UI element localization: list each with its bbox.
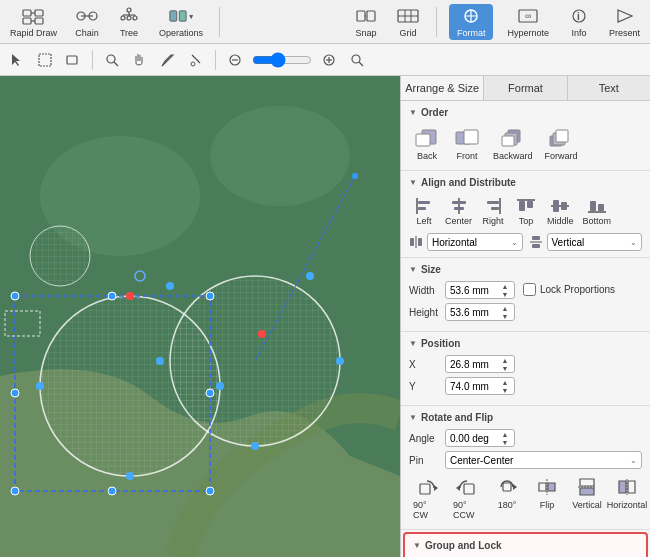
width-up[interactable]: ▲ — [500, 282, 510, 290]
tab-format[interactable]: Format — [484, 76, 567, 100]
size-header[interactable]: ▼ Size — [409, 264, 642, 275]
angle-stepper[interactable]: ▲ ▼ — [500, 430, 512, 446]
toolbar-grid[interactable]: Grid — [392, 4, 424, 40]
order-front-btn[interactable]: Front — [449, 124, 485, 164]
flip-horizontal-btn[interactable]: Horizontal — [609, 473, 645, 513]
svg-marker-121 — [548, 483, 555, 491]
flip-vertical-label: Vertical — [572, 500, 602, 510]
width-down[interactable]: ▼ — [500, 290, 510, 298]
toolbar-operations[interactable]: ▼ Operations — [155, 4, 207, 40]
pin-dropdown[interactable]: Center-Center ⌄ — [445, 451, 642, 469]
svg-rect-80 — [416, 134, 430, 146]
align-section: ▼ Align and Distribute Left — [401, 171, 650, 258]
order-header[interactable]: ▼ Order — [409, 107, 642, 118]
rotate-header[interactable]: ▼ Rotate and Flip — [409, 412, 642, 423]
svg-point-76 — [251, 442, 259, 450]
horizontal-dropdown[interactable]: Horizontal ⌄ — [427, 233, 523, 251]
toolbar-chain[interactable]: Chain — [71, 4, 103, 40]
rotate-90ccw-btn[interactable]: 90° CCW — [449, 473, 485, 523]
align-center-btn[interactable]: Center — [442, 194, 475, 229]
toolbar-snap[interactable]: Snap — [350, 4, 382, 40]
align-header[interactable]: ▼ Align and Distribute — [409, 177, 642, 188]
align-bottom-btn[interactable]: Bottom — [580, 194, 615, 229]
align-top-icon — [515, 197, 537, 215]
y-input[interactable]: 74.0 mm ▲ ▼ — [445, 377, 515, 395]
horizontal-dist: Horizontal ⌄ — [409, 233, 523, 251]
toolbar-format[interactable]: Format — [449, 4, 494, 40]
align-top-btn[interactable]: Top — [511, 194, 541, 229]
operations-label: Operations — [159, 28, 203, 38]
y-down[interactable]: ▼ — [500, 386, 510, 394]
vertical-dropdown[interactable]: Vertical ⌄ — [547, 233, 643, 251]
width-input[interactable]: 53.6 mm ▲ ▼ — [445, 281, 515, 299]
zoom-slider[interactable] — [252, 52, 312, 68]
rotate-90cw-btn[interactable]: 90° CW — [409, 473, 445, 523]
pen-tool[interactable] — [157, 49, 179, 71]
align-left-btn[interactable]: Left — [409, 194, 439, 229]
grid-label: Grid — [399, 28, 416, 38]
width-row: Width 53.6 mm ▲ ▼ — [409, 281, 515, 299]
brush-tool[interactable] — [185, 49, 207, 71]
y-up[interactable]: ▲ — [500, 378, 510, 386]
align-right-btn[interactable]: Right — [478, 194, 508, 229]
toolbar-rapid-draw[interactable]: Rapid Draw — [6, 4, 61, 40]
x-down[interactable]: ▼ — [500, 364, 510, 372]
shape-tool[interactable] — [62, 49, 84, 71]
pointer-tool[interactable] — [6, 49, 28, 71]
y-stepper[interactable]: ▲ ▼ — [500, 378, 512, 394]
svg-rect-96 — [487, 201, 499, 204]
angle-up[interactable]: ▲ — [500, 430, 510, 438]
align-middle-icon — [549, 197, 571, 215]
align-middle-btn[interactable]: Middle — [544, 194, 577, 229]
svg-point-70 — [36, 382, 44, 390]
height-up[interactable]: ▲ — [500, 304, 510, 312]
x-input[interactable]: 26.8 mm ▲ ▼ — [445, 355, 515, 373]
order-forward-btn[interactable]: Forward — [541, 124, 582, 164]
order-backward-btn[interactable]: Backward — [489, 124, 537, 164]
group-lock-header[interactable]: ▼ Group and Lock — [413, 540, 638, 551]
front-label: Front — [456, 151, 477, 161]
svg-text:▼: ▼ — [188, 13, 193, 20]
canvas-area[interactable] — [0, 76, 400, 557]
lock-proportions-checkbox[interactable] — [523, 283, 536, 296]
svg-point-74 — [306, 272, 314, 280]
svg-text:∞: ∞ — [525, 11, 531, 21]
zoom-out-btn[interactable] — [224, 49, 246, 71]
svg-marker-115 — [456, 485, 460, 491]
zoom-in-btn[interactable] — [318, 49, 340, 71]
toolbar-tree[interactable]: Tree — [113, 4, 145, 40]
x-up[interactable]: ▲ — [500, 356, 510, 364]
svg-rect-19 — [179, 10, 186, 20]
toolbar-hypernote[interactable]: ∞ Hypernote — [503, 4, 553, 40]
main-area: Arrange & Size Format Text ▼ Order Bac — [0, 76, 650, 557]
svg-rect-3 — [23, 18, 31, 24]
svg-text:i: i — [577, 11, 580, 22]
zoom-tool[interactable] — [101, 49, 123, 71]
height-stepper[interactable]: ▲ ▼ — [500, 304, 512, 320]
hand-tool[interactable] — [129, 49, 151, 71]
angle-input[interactable]: 0.00 deg ▲ ▼ — [445, 429, 515, 447]
width-stepper[interactable]: ▲ ▼ — [500, 282, 512, 298]
select-tool[interactable] — [34, 49, 56, 71]
svg-point-14 — [133, 16, 137, 20]
height-down[interactable]: ▼ — [500, 312, 510, 320]
flip-vertical-btn[interactable]: Vertical — [569, 473, 605, 513]
angle-down[interactable]: ▼ — [500, 438, 510, 446]
tab-arrange-size[interactable]: Arrange & Size — [401, 76, 484, 100]
svg-rect-90 — [418, 201, 430, 204]
svg-rect-88 — [556, 130, 568, 142]
toolbar-present[interactable]: Present — [605, 4, 644, 40]
x-stepper[interactable]: ▲ ▼ — [500, 356, 512, 372]
rotate-180-btn[interactable]: 180° — [489, 473, 525, 513]
toolbar-info[interactable]: i Info — [563, 4, 595, 40]
tab-text[interactable]: Text — [568, 76, 650, 100]
width-label: Width — [409, 285, 439, 296]
order-back-btn[interactable]: Back — [409, 124, 445, 164]
search-btn[interactable] — [346, 49, 368, 71]
backward-icon — [499, 127, 527, 149]
position-header[interactable]: ▼ Position — [409, 338, 642, 349]
svg-rect-94 — [454, 207, 464, 210]
flip-btn[interactable]: Flip — [529, 473, 565, 513]
height-input[interactable]: 53.6 mm ▲ ▼ — [445, 303, 515, 321]
flip-horizontal-icon — [613, 476, 641, 498]
